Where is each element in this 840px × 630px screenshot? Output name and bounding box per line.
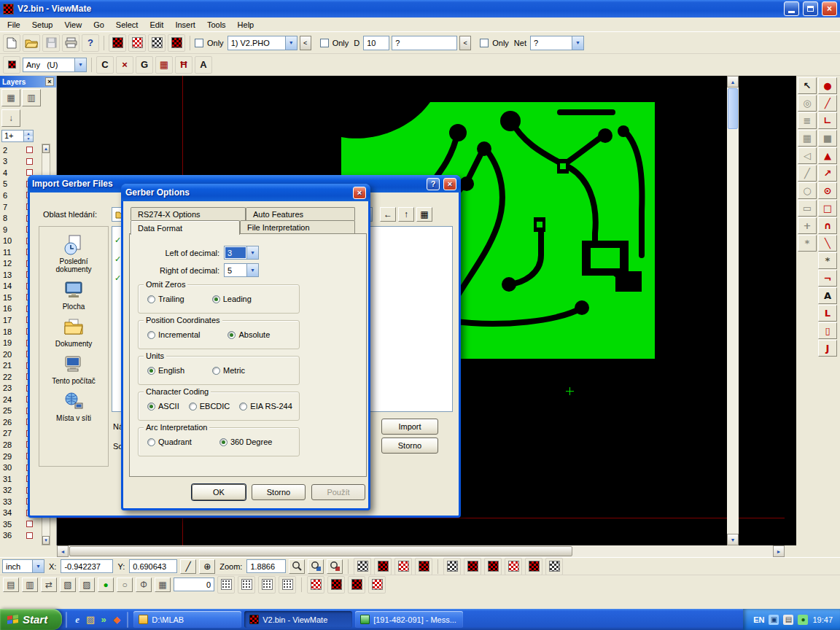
view-pattern-4-icon[interactable] [415, 558, 432, 575]
grid-dots-4-icon[interactable] [279, 576, 296, 594]
dcode-input[interactable]: 10 [363, 36, 389, 50]
grid-dots-2-icon[interactable] [238, 576, 255, 594]
flash-x-icon[interactable]: × [116, 56, 133, 74]
radio-button[interactable] [212, 295, 220, 303]
tray-messenger-icon[interactable]: ● [798, 615, 808, 625]
radio-button[interactable] [219, 438, 228, 446]
layer-swatch[interactable] [26, 158, 33, 165]
menu-item[interactable]: Select [110, 18, 144, 31]
layer-move-down-button[interactable]: ↓ [1, 109, 20, 127]
view-pattern-1-icon[interactable] [354, 558, 371, 575]
draw-line-tool-icon[interactable]: ╲ [818, 235, 837, 252]
zoom-window-icon[interactable] [308, 559, 324, 574]
prev-dcode-button[interactable]: < [459, 36, 471, 50]
only-layer-checkbox[interactable] [195, 39, 203, 47]
left-of-decimal-combo[interactable]: 3 ▼ [224, 246, 259, 260]
pattern-b-icon[interactable] [327, 576, 345, 594]
measure-icon[interactable]: ╱ [180, 559, 196, 574]
net-select-combo[interactable]: ? ▼ [530, 36, 584, 50]
radio-option[interactable]: Trailing [147, 295, 184, 303]
context-help-icon[interactable]: ? [82, 34, 99, 52]
layers-grid-button[interactable]: ▥ [22, 89, 41, 106]
only-net-checkbox[interactable] [480, 39, 489, 47]
quicklaunch-firebird-icon[interactable]: ◆ [110, 612, 123, 628]
radio-button[interactable] [228, 331, 236, 339]
board-view-icon[interactable]: ▧ [60, 578, 76, 592]
view-pattern-3-icon[interactable] [394, 558, 412, 575]
tab-rs274x-options[interactable]: RS274-X Options [131, 207, 246, 220]
radio-button[interactable] [147, 402, 155, 411]
prev-layer-button[interactable]: < [300, 36, 311, 50]
radio-button[interactable] [147, 295, 155, 303]
import-button[interactable]: Import [381, 419, 438, 435]
probe-icon[interactable]: Φ [136, 578, 152, 592]
layer-swatch[interactable] [26, 532, 33, 539]
draw-fill-tool-icon[interactable]: ■ [818, 130, 837, 147]
apply-button[interactable]: Použít [311, 484, 365, 500]
radio-option[interactable]: English [147, 366, 184, 375]
taskbar-task-button[interactable]: [191-482-091] - Mess... [355, 611, 463, 628]
draw-circle-tool-icon[interactable]: ⊙ [818, 182, 837, 199]
aperture-view-2-icon[interactable] [128, 34, 146, 52]
radio-button[interactable] [189, 402, 197, 411]
gerber-g-icon[interactable]: G [136, 56, 153, 74]
ok-button[interactable]: OK [192, 484, 246, 500]
zoom-out-icon[interactable] [327, 559, 343, 574]
taskbar-task-button[interactable]: V2.bin - ViewMate [244, 611, 352, 628]
minimize-button[interactable] [784, 1, 799, 16]
block-tool-icon[interactable]: ▦ [798, 130, 817, 147]
radio-option[interactable]: Quadrant [147, 438, 192, 446]
aperture-small-icon[interactable] [3, 56, 20, 74]
chevron-down-icon[interactable]: ▼ [285, 36, 297, 50]
chevron-down-icon[interactable]: ▼ [246, 246, 258, 259]
tab-file-interpretation[interactable]: File Interpretation [240, 220, 355, 233]
only-dcode-checkbox[interactable] [320, 39, 329, 47]
grid-value-input[interactable]: 0 [174, 578, 214, 591]
layers-copy-icon[interactable]: ▥ [22, 578, 38, 592]
chevron-down-icon[interactable]: ▼ [572, 36, 583, 50]
zoom-in-icon[interactable] [289, 559, 305, 574]
unit-combo[interactable]: inch ▼ [2, 559, 44, 573]
radio-option[interactable]: EIA RS-244 [239, 402, 292, 411]
save-file-icon[interactable] [42, 34, 60, 52]
scroll-down-icon[interactable]: ▼ [727, 534, 739, 545]
chevron-down-icon[interactable]: ▼ [32, 560, 44, 572]
menu-item[interactable]: File [1, 18, 26, 31]
scroll-up-icon[interactable]: ▲ [42, 144, 50, 153]
radio-button[interactable] [212, 367, 220, 375]
grid-settings-icon[interactable]: ▦ [155, 578, 171, 592]
view-pattern-9-icon[interactable] [525, 558, 542, 575]
radio-button[interactable] [239, 402, 247, 411]
place-network[interactable]: Místa v síti [41, 391, 106, 422]
view-pattern-2-icon[interactable] [374, 558, 392, 575]
scroll-right-icon[interactable]: ► [773, 545, 785, 557]
radio-button[interactable] [147, 331, 155, 339]
component-c-icon[interactable]: C [96, 56, 114, 74]
spin-down-icon[interactable]: ▼ [24, 136, 33, 142]
start-button[interactable]: Start [0, 609, 62, 630]
close-button[interactable]: × [822, 1, 837, 16]
negative-view-icon[interactable]: ▨ [79, 578, 95, 592]
radio-option[interactable]: Metric [212, 366, 245, 375]
close-icon[interactable]: × [443, 178, 456, 190]
quicklaunch-ie-icon[interactable]: e [71, 612, 84, 628]
slant-tool-icon[interactable]: ╱ [798, 165, 817, 182]
menu-item[interactable]: Help [232, 18, 260, 31]
menu-item[interactable]: Go [88, 18, 110, 31]
draw-arc-tool-icon[interactable]: ∩ [818, 217, 837, 234]
text-a-icon[interactable]: A [195, 56, 212, 74]
slot-tool-icon[interactable]: ▯ [818, 322, 837, 339]
lamp-off-icon[interactable]: ○ [117, 578, 133, 592]
scroll-up-icon[interactable]: ▲ [727, 76, 739, 88]
move-tool-icon[interactable]: + [798, 217, 817, 234]
text-tool-icon[interactable]: A [818, 287, 837, 304]
radio-option[interactable]: ASCII [147, 402, 179, 411]
horizontal-scrollbar[interactable]: ◄ ► [57, 545, 785, 557]
aperture-view-4-icon[interactable] [168, 34, 185, 52]
cancel-button[interactable]: Storno [252, 484, 306, 500]
radio-button[interactable] [147, 367, 155, 375]
circle-tool-icon[interactable]: ○ [798, 182, 817, 199]
l-shape-tool-icon[interactable]: L [818, 305, 837, 322]
menu-item[interactable]: Insert [169, 18, 201, 31]
radio-option[interactable]: Absolute [228, 330, 270, 339]
